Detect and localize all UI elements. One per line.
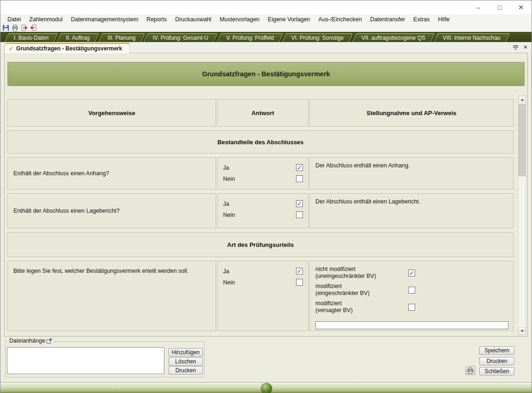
menu-item-reports[interactable]: Reports [142, 15, 171, 24]
loeschen-button[interactable]: Löschen [169, 357, 203, 366]
nein-label: Nein [223, 176, 235, 182]
tab-label: VI. Prüfung: Sonstige [291, 35, 344, 41]
tab-label: II. Auftrag [66, 35, 90, 41]
ja-checkbox[interactable]: ✓ [296, 200, 303, 207]
scrollbar-thumb[interactable] [519, 104, 526, 176]
ja-label: Ja [223, 201, 229, 207]
menu-item-datenmanagementsystem[interactable]: Datenmanagementsystem [66, 15, 142, 24]
speichern-button[interactable]: Speichern [479, 346, 514, 355]
page-title-banner: Grundsatzfragen - Bestätigungsvermerk [7, 62, 525, 86]
content-area: Grundsatzfragen - Bestätigungsvermerk Vo… [4, 53, 528, 337]
tab-label: V. Prüfung: Prüffeld [226, 35, 274, 41]
popup-window-icon[interactable] [47, 338, 52, 344]
section-title-pruefungsurteil: Art des Prüfungsurteils [7, 232, 514, 257]
opinion-options-cell: nicht modifiziert (uneingeschränkter BV)… [309, 261, 514, 331]
question-table: Vorgehensweise Antwort Stellungnahme und… [7, 99, 514, 335]
nein-checkbox[interactable] [296, 211, 303, 218]
tab-v-pruefung-prueffeld[interactable]: V. Prüfung: Prüffeld [217, 33, 284, 42]
answer-cell: Ja ✓ Nein [217, 261, 308, 331]
save-icon[interactable] [2, 25, 10, 32]
nein-checkbox[interactable] [296, 175, 303, 182]
tab-iv-pruefung-gesamt-u[interactable]: IV. Prüfung: Gesamt-U [144, 33, 218, 42]
menu-item-zahlenmodul[interactable]: Zahlenmodul [25, 15, 66, 24]
table-row: Enthält der Abschluss einen Lagebericht?… [7, 193, 514, 228]
tab-label: VIII. interne Nachschau [442, 35, 500, 41]
section-row: Bestandteile des Abschlusses [7, 130, 514, 154]
menu-item-datei[interactable]: Datei [3, 15, 25, 24]
answer-cell: Ja ✓ Nein [217, 193, 308, 228]
tab-label: I. Basis-Daten [14, 35, 48, 41]
statement-lagebericht: Der Abschluss enthält einen Lagebericht. [309, 193, 514, 228]
window-controls: – □ ✕ [468, 0, 532, 14]
doc-tab-grundsatzfragen[interactable]: ✓ Grundsatzfragen - Bestätigungsvermerk [4, 43, 130, 53]
close-icon[interactable]: ✕ [510, 0, 532, 14]
nein-label: Nein [223, 212, 235, 218]
tab-vi-pruefung-sonstige[interactable]: VI. Prüfung: Sonstige [282, 33, 353, 42]
option-label: modifiziert [315, 283, 369, 290]
section-title-bestandteile: Bestandteile des Abschlusses [7, 130, 514, 154]
menu-item-extras[interactable]: Extras [409, 15, 434, 24]
menu-item-eigene-vorlagen[interactable]: Eigene Vorlagen [264, 15, 314, 24]
schliessen-button[interactable]: Schließen [479, 367, 514, 375]
option-nicht-modifiziert: nicht modifiziert (uneingeschränkter BV)… [315, 266, 415, 280]
print-icon[interactable] [11, 25, 19, 32]
print-preview-button[interactable] [466, 366, 475, 375]
vertical-scrollbar[interactable] [518, 95, 526, 335]
maximize-icon[interactable]: □ [489, 0, 510, 14]
menu-item-mustervorlagen[interactable]: Mustervorlagen [216, 15, 264, 24]
hinzufuegen-button[interactable]: Hinzufügen [169, 348, 203, 356]
close-tab-icon[interactable]: ✕ [522, 44, 529, 50]
menu-item-datentransfer[interactable]: Datentransfer [366, 15, 409, 24]
scrollbar-up-button[interactable] [519, 96, 526, 103]
chevron-up-icon [520, 98, 524, 101]
question-anhang: Enthält der Abschluss einen Anhang? [7, 157, 216, 190]
option-modifiziert-eingeschraenkt: modifiziert (eingeschränkter BV) [315, 283, 415, 297]
table-row: Enthält der Abschluss einen Anhang? Ja ✓… [7, 157, 514, 190]
section-row: Art des Prüfungsurteils [7, 232, 514, 257]
question-bestaetigungsvermerk: Bitte legen Sie fest, welcher Bestätigun… [7, 261, 216, 331]
app-window: – □ ✕ Datei Zahlenmodul Datenmanagements… [0, 0, 532, 393]
modifiziert-eingeschraenkt-checkbox[interactable] [408, 287, 415, 294]
tab-vii-auftragsbezogene-qs[interactable]: VII. auftragsbezogene QS [352, 33, 435, 42]
scrollbar-down-button[interactable] [519, 327, 526, 335]
tab-label: III. Planung [108, 35, 136, 41]
tab-ii-auftrag[interactable]: II. Auftrag [57, 33, 99, 42]
main-tab-bar: I. Basis-Daten II. Auftrag III. Planung … [0, 32, 532, 42]
title-bar: – □ ✕ [0, 0, 532, 14]
drucken-button[interactable]: Drucken [479, 357, 514, 365]
doc-tab-icons: ✕ [512, 44, 529, 50]
checkout-icon[interactable] [20, 25, 28, 32]
opinion-text-input[interactable] [315, 321, 508, 329]
menu-item-druckauswahl[interactable]: Druckauswahl [171, 15, 216, 24]
tab-viii-interne-nachschau[interactable]: VIII. interne Nachschau [433, 33, 509, 42]
table-header-row: Vorgehensweise Antwort Stellungnahme und… [7, 99, 514, 127]
menu-item-aus-einchecken[interactable]: Aus-/Einchecken [314, 15, 366, 24]
option-label: (eingeschränkter BV) [315, 290, 369, 297]
ja-checkbox[interactable]: ✓ [296, 164, 303, 171]
attachments-label: Dateianhänge [9, 338, 45, 344]
tab-list-icon[interactable] [512, 44, 519, 50]
ja-label: Ja [223, 268, 229, 275]
option-label: modifiziert [315, 300, 353, 307]
nein-checkbox[interactable] [296, 279, 303, 286]
column-header-antwort: Antwort [217, 99, 308, 127]
drucken-attachment-button[interactable]: Drucken [169, 366, 203, 375]
tab-label: VII. auftragsbezogene QS [361, 35, 425, 41]
modifiziert-versagt-checkbox[interactable] [408, 304, 415, 311]
tab-i-basis-daten[interactable]: I. Basis-Daten [5, 33, 58, 42]
table-row: Bitte legen Sie fest, welcher Bestätigun… [7, 261, 514, 331]
page-title: Grundsatzfragen - Bestätigungsvermerk [202, 70, 330, 78]
printer-icon [467, 368, 474, 374]
menu-item-hilfe[interactable]: Hilfe [434, 15, 454, 24]
chevron-down-icon [520, 330, 524, 332]
attachments-listbox[interactable] [7, 347, 164, 374]
checkin-icon[interactable] [30, 25, 37, 32]
toolbar [0, 24, 532, 32]
option-label: nicht modifiziert [315, 266, 376, 273]
ja-checkbox[interactable]: ✓ [296, 268, 303, 275]
answer-cell: Ja ✓ Nein [217, 157, 308, 190]
check-icon: ✓ [9, 45, 13, 52]
minimize-icon[interactable]: – [468, 0, 489, 14]
tab-iii-planung[interactable]: III. Planung [98, 33, 145, 42]
nicht-modifiziert-checkbox[interactable]: ✓ [408, 270, 415, 276]
